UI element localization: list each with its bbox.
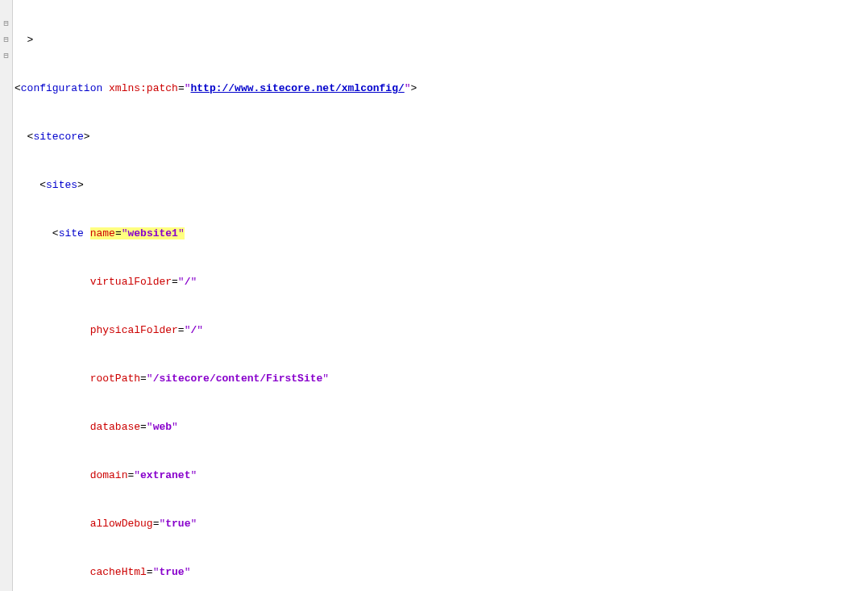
code-line: database="web" bbox=[15, 419, 868, 435]
fold-icon[interactable]: ⊟ bbox=[0, 32, 12, 48]
code-line: rootPath="/sitecore/content/FirstSite" bbox=[15, 371, 868, 387]
code-line: <sitecore> bbox=[15, 129, 868, 145]
code-line: virtualFolder="/" bbox=[15, 274, 868, 290]
code-line: <site name="website1" bbox=[15, 226, 868, 242]
fold-icon[interactable]: ⊟ bbox=[0, 16, 12, 32]
code-editor[interactable]: > <configuration xmlns:patch="http://www… bbox=[13, 0, 868, 591]
fold-icon[interactable] bbox=[0, 0, 12, 16]
code-line: physicalFolder="/" bbox=[15, 323, 868, 339]
code-line: <sites> bbox=[15, 177, 868, 194]
code-line: <configuration xmlns:patch="http://www.s… bbox=[15, 81, 868, 97]
code-line: domain="extranet" bbox=[15, 468, 868, 484]
code-line: > bbox=[15, 32, 868, 48]
code-line: cacheHtml="true" bbox=[15, 564, 868, 581]
code-line: allowDebug="true" bbox=[15, 516, 868, 532]
fold-gutter: ⊟ ⊟ ⊟ bbox=[0, 0, 13, 591]
fold-icon[interactable]: ⊟ bbox=[0, 48, 12, 65]
